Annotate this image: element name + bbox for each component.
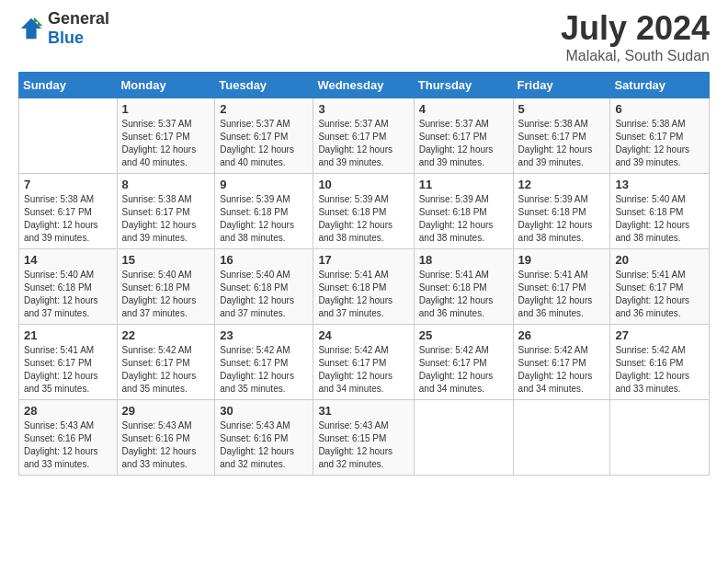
calendar-cell (414, 400, 513, 476)
day-info: Sunrise: 5:42 AMSunset: 6:17 PMDaylight:… (419, 344, 508, 396)
day-info: Sunrise: 5:38 AMSunset: 6:17 PMDaylight:… (518, 118, 606, 169)
week-row-3: 21 Sunrise: 5:41 AMSunset: 6:17 PMDaylig… (19, 325, 710, 400)
day-info: Sunrise: 5:41 AMSunset: 6:18 PMDaylight:… (318, 269, 408, 320)
calendar-cell: 20 Sunrise: 5:41 AMSunset: 6:17 PMDaylig… (610, 249, 710, 325)
day-info: Sunrise: 5:38 AMSunset: 6:17 PMDaylight:… (615, 118, 704, 169)
day-number: 4 (419, 102, 508, 116)
day-info: Sunrise: 5:40 AMSunset: 6:18 PMDaylight:… (220, 269, 308, 320)
day-info: Sunrise: 5:39 AMSunset: 6:18 PMDaylight:… (318, 193, 408, 245)
day-number: 20 (615, 253, 704, 267)
header-friday: Friday (513, 73, 610, 98)
header-saturday: Saturday (610, 73, 710, 98)
day-number: 16 (220, 253, 308, 267)
calendar-cell: 19 Sunrise: 5:41 AMSunset: 6:17 PMDaylig… (513, 249, 610, 325)
calendar-cell: 28 Sunrise: 5:43 AMSunset: 6:16 PMDaylig… (19, 400, 118, 476)
calendar-cell (610, 400, 710, 476)
day-info: Sunrise: 5:37 AMSunset: 6:17 PMDaylight:… (122, 118, 210, 169)
svg-marker-0 (21, 18, 41, 39)
day-info: Sunrise: 5:41 AMSunset: 6:18 PMDaylight:… (419, 269, 508, 320)
header-monday: Monday (117, 73, 215, 98)
day-info: Sunrise: 5:40 AMSunset: 6:18 PMDaylight:… (24, 269, 112, 320)
day-info: Sunrise: 5:39 AMSunset: 6:18 PMDaylight:… (518, 193, 606, 245)
day-number: 21 (24, 328, 112, 342)
day-info: Sunrise: 5:42 AMSunset: 6:17 PMDaylight:… (122, 344, 210, 396)
calendar-cell: 31 Sunrise: 5:43 AMSunset: 6:15 PMDaylig… (313, 400, 414, 476)
day-info: Sunrise: 5:37 AMSunset: 6:17 PMDaylight:… (318, 118, 408, 169)
day-number: 17 (318, 253, 408, 267)
day-info: Sunrise: 5:43 AMSunset: 6:15 PMDaylight:… (318, 419, 408, 471)
day-number: 14 (24, 253, 112, 267)
week-row-4: 28 Sunrise: 5:43 AMSunset: 6:16 PMDaylig… (19, 400, 710, 476)
day-info: Sunrise: 5:39 AMSunset: 6:18 PMDaylight:… (220, 193, 308, 245)
title-area: July 2024 Malakal, South Sudan (561, 9, 710, 64)
day-info: Sunrise: 5:37 AMSunset: 6:17 PMDaylight:… (419, 118, 508, 169)
calendar-cell: 1 Sunrise: 5:37 AMSunset: 6:17 PMDayligh… (117, 98, 215, 174)
day-number: 3 (318, 102, 408, 116)
calendar-cell: 24 Sunrise: 5:42 AMSunset: 6:17 PMDaylig… (313, 325, 414, 400)
calendar-header-row: SundayMondayTuesdayWednesdayThursdayFrid… (19, 73, 710, 98)
day-number: 19 (518, 253, 606, 267)
day-info: Sunrise: 5:41 AMSunset: 6:17 PMDaylight:… (24, 344, 112, 396)
day-info: Sunrise: 5:37 AMSunset: 6:17 PMDaylight:… (220, 118, 308, 169)
day-number: 6 (615, 102, 704, 116)
day-info: Sunrise: 5:42 AMSunset: 6:16 PMDaylight:… (615, 344, 704, 396)
calendar-table: SundayMondayTuesdayWednesdayThursdayFrid… (18, 72, 710, 476)
day-info: Sunrise: 5:39 AMSunset: 6:18 PMDaylight:… (419, 193, 508, 245)
day-number: 24 (318, 328, 408, 342)
calendar-cell: 18 Sunrise: 5:41 AMSunset: 6:18 PMDaylig… (414, 249, 513, 325)
day-number: 7 (24, 178, 112, 191)
calendar-cell (513, 400, 610, 476)
day-info: Sunrise: 5:43 AMSunset: 6:16 PMDaylight:… (24, 419, 112, 471)
day-number: 26 (518, 328, 606, 342)
day-number: 22 (122, 328, 210, 342)
calendar-cell: 30 Sunrise: 5:43 AMSunset: 6:16 PMDaylig… (215, 400, 313, 476)
calendar-cell: 9 Sunrise: 5:39 AMSunset: 6:18 PMDayligh… (215, 174, 313, 249)
calendar-cell: 16 Sunrise: 5:40 AMSunset: 6:18 PMDaylig… (215, 249, 313, 325)
logo-blue-text: Blue (48, 29, 84, 47)
calendar-cell: 26 Sunrise: 5:42 AMSunset: 6:17 PMDaylig… (513, 325, 610, 400)
day-number: 31 (318, 404, 408, 418)
day-info: Sunrise: 5:41 AMSunset: 6:17 PMDaylight:… (615, 269, 704, 320)
calendar-cell: 23 Sunrise: 5:42 AMSunset: 6:17 PMDaylig… (215, 325, 313, 400)
calendar-cell: 21 Sunrise: 5:41 AMSunset: 6:17 PMDaylig… (19, 325, 118, 400)
day-number: 27 (615, 328, 704, 342)
day-number: 8 (122, 178, 210, 191)
week-row-0: 1 Sunrise: 5:37 AMSunset: 6:17 PMDayligh… (19, 98, 710, 174)
day-number: 30 (220, 404, 308, 418)
month-year-title: July 2024 (561, 9, 710, 48)
calendar-cell: 8 Sunrise: 5:38 AMSunset: 6:17 PMDayligh… (117, 174, 215, 249)
calendar-cell (19, 98, 118, 174)
calendar-cell: 14 Sunrise: 5:40 AMSunset: 6:18 PMDaylig… (19, 249, 118, 325)
day-info: Sunrise: 5:38 AMSunset: 6:17 PMDaylight:… (122, 193, 210, 245)
day-number: 12 (518, 178, 606, 191)
day-number: 9 (220, 178, 308, 191)
day-number: 25 (419, 328, 508, 342)
day-number: 29 (122, 404, 210, 418)
logo-icon (18, 16, 44, 41)
day-number: 28 (24, 404, 112, 418)
calendar-cell: 17 Sunrise: 5:41 AMSunset: 6:18 PMDaylig… (313, 249, 414, 325)
day-info: Sunrise: 5:41 AMSunset: 6:17 PMDaylight:… (518, 269, 606, 320)
day-number: 15 (122, 253, 210, 267)
day-info: Sunrise: 5:43 AMSunset: 6:16 PMDaylight:… (220, 419, 308, 471)
calendar-cell: 7 Sunrise: 5:38 AMSunset: 6:17 PMDayligh… (19, 174, 118, 249)
day-info: Sunrise: 5:38 AMSunset: 6:17 PMDaylight:… (24, 193, 112, 245)
calendar-cell: 29 Sunrise: 5:43 AMSunset: 6:16 PMDaylig… (117, 400, 215, 476)
logo-general-text: General (48, 9, 109, 28)
day-info: Sunrise: 5:42 AMSunset: 6:17 PMDaylight:… (318, 344, 408, 396)
calendar-cell: 22 Sunrise: 5:42 AMSunset: 6:17 PMDaylig… (117, 325, 215, 400)
calendar-cell: 5 Sunrise: 5:38 AMSunset: 6:17 PMDayligh… (513, 98, 610, 174)
week-row-1: 7 Sunrise: 5:38 AMSunset: 6:17 PMDayligh… (19, 174, 710, 249)
header-tuesday: Tuesday (215, 73, 313, 98)
day-info: Sunrise: 5:42 AMSunset: 6:17 PMDaylight:… (220, 344, 308, 396)
calendar-cell: 10 Sunrise: 5:39 AMSunset: 6:18 PMDaylig… (313, 174, 414, 249)
day-info: Sunrise: 5:43 AMSunset: 6:16 PMDaylight:… (122, 419, 210, 471)
day-info: Sunrise: 5:40 AMSunset: 6:18 PMDaylight:… (615, 193, 704, 245)
day-number: 5 (518, 102, 606, 116)
day-number: 13 (615, 178, 704, 191)
calendar-cell: 12 Sunrise: 5:39 AMSunset: 6:18 PMDaylig… (513, 174, 610, 249)
calendar-cell: 27 Sunrise: 5:42 AMSunset: 6:16 PMDaylig… (610, 325, 710, 400)
header-wednesday: Wednesday (313, 73, 414, 98)
calendar-cell: 25 Sunrise: 5:42 AMSunset: 6:17 PMDaylig… (414, 325, 513, 400)
header-thursday: Thursday (414, 73, 513, 98)
